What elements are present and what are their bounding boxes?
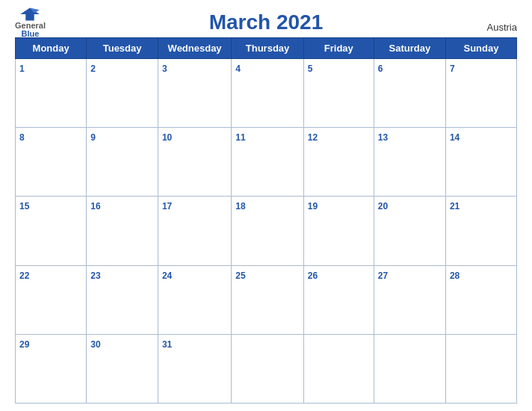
logo-icon: [19, 7, 41, 22]
calendar-cell: 2: [87, 59, 158, 128]
calendar-cell: 27: [374, 265, 445, 334]
calendar-cell: 4: [232, 59, 304, 128]
day-number: 21: [450, 201, 460, 211]
day-number: 19: [308, 201, 318, 211]
week-row-1: 1234567: [16, 59, 517, 128]
day-number: 26: [308, 271, 318, 281]
day-number: 6: [378, 64, 383, 74]
day-number: 22: [19, 271, 29, 281]
calendar-cell: 20: [374, 197, 445, 265]
calendar-cell: 18: [232, 197, 304, 265]
country-label: Austria: [487, 22, 517, 34]
day-number: 4: [235, 64, 241, 74]
day-number: 13: [378, 132, 388, 143]
calendar-cell: 12: [303, 128, 374, 197]
week-row-2: 891011121314: [16, 128, 517, 197]
day-number: 11: [235, 132, 245, 143]
calendar-cell: 6: [374, 59, 445, 128]
calendar-cell: 19: [303, 197, 374, 265]
calendar-cell: 16: [87, 197, 158, 265]
calendar-cell: 25: [232, 265, 304, 334]
calendar-cell: 7: [445, 59, 516, 128]
day-number: 1: [19, 64, 25, 74]
weekday-tuesday: Tuesday: [87, 38, 158, 59]
calendar-cell: 8: [16, 128, 87, 197]
day-number: 25: [235, 271, 245, 281]
calendar-cell: 0: [445, 334, 516, 403]
day-number: 0: [235, 339, 241, 350]
calendar-cell: 0: [232, 334, 304, 403]
day-number: 0: [308, 339, 313, 350]
calendar-cell: 5: [303, 59, 374, 128]
calendar-cell: 0: [303, 334, 374, 403]
calendar-table: MondayTuesdayWednesdayThursdayFridaySatu…: [15, 37, 517, 404]
day-number: 29: [19, 339, 29, 350]
calendar-cell: 13: [374, 128, 445, 197]
day-number: 27: [378, 271, 388, 281]
calendar-cell: 14: [445, 128, 516, 197]
day-number: 23: [90, 271, 100, 281]
day-number: 2: [90, 64, 96, 74]
logo: General Blue: [15, 7, 46, 38]
weekday-monday: Monday: [16, 38, 87, 59]
day-number: 3: [162, 64, 167, 74]
calendar-cell: 28: [445, 265, 516, 334]
day-number: 14: [450, 132, 460, 143]
logo-blue: Blue: [22, 30, 40, 38]
day-number: 24: [162, 271, 172, 281]
calendar-cell: 23: [87, 265, 158, 334]
week-row-4: 22232425262728: [16, 265, 517, 334]
calendar-cell: 9: [87, 128, 158, 197]
day-number: 28: [450, 271, 460, 281]
calendar-cell: 24: [158, 265, 231, 334]
day-number: 12: [308, 132, 318, 143]
page-title: March 2021: [209, 10, 324, 34]
weekday-sunday: Sunday: [445, 38, 516, 59]
day-number: 7: [450, 64, 455, 74]
day-number: 16: [90, 201, 100, 211]
calendar-cell: 31: [158, 334, 231, 403]
calendar-cell: 21: [445, 197, 516, 265]
day-number: 10: [162, 132, 172, 143]
day-number: 9: [90, 132, 96, 143]
calendar-cell: 30: [87, 334, 158, 403]
calendar-cell: 11: [232, 128, 304, 197]
calendar-cell: 15: [16, 197, 87, 265]
day-number: 31: [162, 339, 172, 350]
calendar-cell: 0: [374, 334, 445, 403]
day-number: 20: [378, 201, 388, 211]
weekday-saturday: Saturday: [374, 38, 445, 59]
weekday-wednesday: Wednesday: [158, 38, 231, 59]
weekday-friday: Friday: [303, 38, 374, 59]
weekday-header-row: MondayTuesdayWednesdayThursdayFridaySatu…: [16, 38, 517, 59]
day-number: 8: [19, 132, 25, 143]
calendar-cell: 29: [16, 334, 87, 403]
day-number: 0: [378, 339, 383, 350]
day-number: 18: [235, 201, 245, 211]
weekday-thursday: Thursday: [232, 38, 304, 59]
day-number: 0: [450, 339, 455, 350]
calendar-cell: 22: [16, 265, 87, 334]
day-number: 17: [162, 201, 172, 211]
calendar-cell: 3: [158, 59, 231, 128]
week-row-3: 15161718192021: [16, 197, 517, 265]
week-row-5: 2930310000: [16, 334, 517, 403]
day-number: 30: [90, 339, 100, 350]
day-number: 15: [19, 201, 29, 211]
calendar-header: General Blue March 2021 Austria: [15, 10, 517, 34]
day-number: 5: [308, 64, 313, 74]
calendar-cell: 17: [158, 197, 231, 265]
calendar-cell: 10: [158, 128, 231, 197]
calendar-cell: 26: [303, 265, 374, 334]
calendar-cell: 1: [16, 59, 87, 128]
